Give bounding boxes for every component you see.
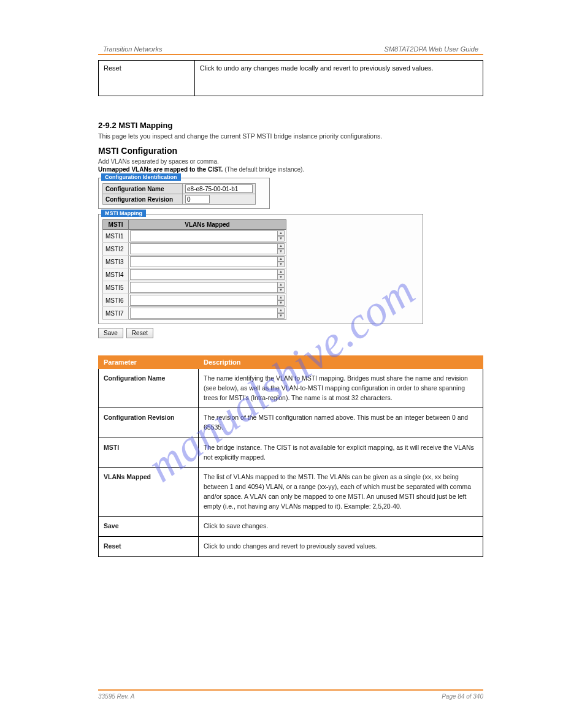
msti-row: MSTI7▲▼ — [103, 307, 286, 320]
msti-cell: MSTI5 — [103, 281, 129, 294]
vlan-input-2[interactable] — [130, 243, 277, 254]
msti-row: MSTI2▲▼ — [103, 243, 286, 256]
header-right: SM8TAT2DPA Web User Guide — [195, 45, 478, 53]
parameter-table: Parameter Description Configuration Name… — [98, 355, 483, 557]
vlan-input-3[interactable] — [130, 256, 277, 267]
row-param: MSTI — [104, 444, 119, 451]
vlans-col-header: VLANs Mapped — [129, 220, 286, 230]
row-desc: The list of VLANs mapped to the MSTI. Th… — [199, 468, 483, 517]
row-desc: The name identifying the VLAN to MSTI ma… — [199, 369, 483, 408]
spinner-icon[interactable]: ▲▼ — [277, 269, 285, 280]
msti-row: MSTI4▲▼ — [103, 268, 286, 281]
row-desc: The revision of the MSTI configuration n… — [199, 408, 483, 438]
table-row: MSTIThe bridge instance. The CIST is not… — [99, 438, 483, 468]
msti-cell: MSTI7 — [103, 307, 129, 320]
table-row: VLANs MappedThe list of VLANs mapped to … — [99, 468, 483, 517]
vlan-input-5[interactable] — [130, 282, 277, 293]
spinner-icon[interactable]: ▲▼ — [277, 256, 285, 267]
msti-row: MSTI1▲▼ — [103, 230, 286, 243]
spinner-icon[interactable]: ▲▼ — [277, 295, 285, 306]
overflow-cell-desc: Click to undo any changes made locally a… — [194, 61, 483, 96]
row-param: VLANs Mapped — [104, 473, 151, 480]
reset-button[interactable]: Reset — [126, 328, 153, 338]
page-footer: 33595 Rev. A Page 84 of 340 — [98, 689, 483, 700]
vlan-input-4[interactable] — [130, 269, 277, 280]
save-button[interactable]: Save — [98, 328, 123, 338]
table-row: SaveClick to save changes. — [99, 517, 483, 537]
top-divider — [98, 54, 483, 55]
footer-right: Page 84 of 340 — [442, 693, 483, 700]
msti-cell: MSTI3 — [103, 256, 129, 268]
row-param: Configuration Revision — [104, 414, 175, 421]
msti-cell: MSTI6 — [103, 294, 129, 307]
row-param: Save — [104, 522, 119, 529]
config-ident-box: Configuration Identification Configurati… — [98, 178, 270, 209]
msti-cell: MSTI4 — [103, 268, 129, 281]
msti-mapping-legend: MSTI Mapping — [101, 210, 146, 217]
vlan-input-7[interactable] — [130, 308, 277, 319]
row-desc: The bridge instance. The CIST is not ava… — [199, 438, 483, 468]
spinner-icon[interactable]: ▲▼ — [277, 243, 285, 254]
param-header: Parameter — [99, 356, 199, 369]
ss-sub2: Unmapped VLANs are mapped to the CIST. (… — [98, 166, 423, 173]
header-left: Transition Networks — [103, 45, 195, 53]
page-header: Transition Networks SM8TAT2DPA Web User … — [98, 43, 483, 54]
ss-title: MSTI Configuration — [98, 146, 423, 156]
footer-left: 33595 Rev. A — [98, 693, 442, 700]
vlan-input-6[interactable] — [130, 295, 277, 306]
msti-row: MSTI3▲▼ — [103, 256, 286, 268]
section-subtext: This page lets you inspect and change th… — [98, 132, 483, 140]
row-param: Configuration Name — [104, 374, 165, 382]
table-row: ResetClick to undo changes and revert to… — [99, 537, 483, 557]
ss-sub2-bold: Unmapped VLANs are mapped to the CIST. — [98, 166, 223, 173]
row-param: Reset — [104, 542, 121, 550]
ss-sub2-rest: (The default bridge instance). — [223, 166, 304, 173]
config-ident-table: Configuration Name Configuration Revisio… — [102, 183, 256, 205]
msti-row: MSTI5▲▼ — [103, 281, 286, 294]
config-name-label: Configuration Name — [103, 184, 183, 194]
overflow-table: Reset Click to undo any changes made loc… — [98, 60, 483, 96]
config-name-input[interactable] — [185, 184, 253, 193]
spinner-icon[interactable]: ▲▼ — [277, 282, 285, 293]
msti-mapping-box: MSTI Mapping MSTI VLANs Mapped MSTI1▲▼ M… — [98, 214, 423, 324]
overflow-cell-label: Reset — [99, 61, 195, 96]
spinner-icon[interactable]: ▲▼ — [277, 308, 285, 319]
spinner-icon[interactable]: ▲▼ — [277, 230, 285, 241]
section-title: 2-9.2 MSTI Mapping — [98, 121, 483, 130]
msti-cell: MSTI1 — [103, 230, 129, 243]
msti-row: MSTI6▲▼ — [103, 294, 286, 307]
row-desc: Click to undo changes and revert to prev… — [199, 537, 483, 557]
msti-mapping-table: MSTI VLANs Mapped MSTI1▲▼ MSTI2▲▼ MSTI3▲… — [102, 219, 286, 320]
msti-cell: MSTI2 — [103, 243, 129, 256]
vlan-input-1[interactable] — [130, 230, 277, 241]
screenshot-panel: MSTI Configuration Add VLANs separated b… — [98, 146, 423, 338]
desc-header: Description — [199, 356, 483, 369]
config-ident-legend: Configuration Identification — [101, 173, 181, 181]
table-row: Configuration RevisionThe revision of th… — [99, 408, 483, 438]
config-rev-label: Configuration Revision — [103, 194, 183, 205]
row-desc: Click to save changes. — [199, 517, 483, 537]
table-row: Configuration NameThe name identifying t… — [99, 369, 483, 408]
ss-sub1: Add VLANs separated by spaces or comma. — [98, 158, 423, 165]
config-rev-input[interactable] — [185, 195, 210, 203]
msti-col-header: MSTI — [103, 220, 129, 230]
